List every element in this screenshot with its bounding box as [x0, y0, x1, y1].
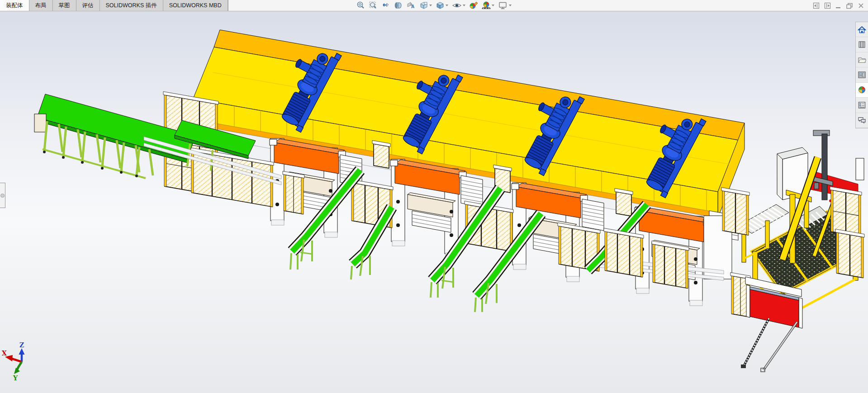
toggle-right-pane-icon: [824, 2, 831, 9]
restore-button[interactable]: [846, 2, 853, 9]
apply-scene-icon: [482, 1, 491, 10]
taskpane-solidworks-forum[interactable]: [856, 113, 868, 128]
graphics-area[interactable]: Z X Y: [0, 11, 868, 393]
triad-z-label: Z: [19, 341, 24, 349]
home-icon: [858, 25, 866, 34]
chat-icon: [858, 116, 866, 124]
view-settings-button[interactable]: [498, 0, 512, 10]
tab-assembly[interactable]: 装配体: [0, 0, 29, 11]
minimize-button[interactable]: [835, 2, 841, 9]
view-settings-dropdown[interactable]: [509, 5, 512, 6]
zoom-to-fit-icon: [356, 1, 365, 10]
edit-appearance-icon: [469, 1, 478, 10]
form-icon: [858, 101, 866, 109]
featuremanager-flyout-tab[interactable]: [0, 183, 5, 208]
edit-appearance-button[interactable]: [469, 0, 479, 10]
section-view-button[interactable]: [394, 0, 403, 10]
taskpane-file-explorer[interactable]: [856, 52, 868, 67]
zoom-to-fit-button[interactable]: [356, 0, 365, 10]
previous-view-icon: [381, 1, 390, 10]
color-sphere-icon: [858, 85, 866, 94]
toggle-left-pane-button[interactable]: [813, 2, 820, 9]
solidworks-window: 装配体 布局 草图 评估 SOLIDWORKS 插件 SOLIDWORKS MB…: [0, 0, 868, 393]
taskpane-view-palette[interactable]: [856, 67, 868, 82]
triad-y-label: Y: [13, 374, 18, 382]
ribbon-bar: 装配体 布局 草图 评估 SOLIDWORKS 插件 SOLIDWORKS MB…: [0, 0, 868, 11]
taskpane-design-library[interactable]: [856, 37, 868, 52]
tab-solidworks-addins[interactable]: SOLIDWORKS 插件: [100, 0, 163, 11]
zoom-to-area-button[interactable]: [368, 0, 378, 10]
taskpane-solidworks-resources[interactable]: [856, 22, 868, 37]
hide-show-items-button[interactable]: [451, 0, 466, 10]
apply-scene-button[interactable]: [481, 0, 495, 10]
toggle-left-pane-icon: [813, 2, 820, 9]
view-orientation-dropdown[interactable]: [429, 5, 432, 6]
taskpane-appearances-scenes[interactable]: [856, 83, 868, 98]
apply-scene-dropdown[interactable]: [492, 5, 494, 6]
view-orientation-icon: [419, 1, 428, 10]
tab-evaluate[interactable]: 评估: [76, 0, 100, 11]
display-style-dropdown[interactable]: [446, 5, 448, 6]
heads-up-view-toolbar: A: [356, 0, 512, 11]
minimize-icon: [835, 2, 841, 9]
display-style-icon: [436, 1, 445, 10]
taskpane-custom-properties[interactable]: [856, 98, 868, 113]
close-icon: [858, 2, 864, 9]
display-style-button[interactable]: [435, 0, 449, 10]
view-orientation-button[interactable]: [419, 0, 432, 10]
restore-icon: [846, 2, 853, 9]
tab-solidworks-mbd[interactable]: SOLIDWORKS MBD: [163, 0, 228, 11]
tab-layout[interactable]: 布局: [29, 0, 53, 11]
task-pane: [855, 22, 868, 128]
previous-view-button[interactable]: [381, 0, 391, 10]
assembly-model: Z X Y: [0, 11, 868, 393]
zoom-to-area-icon: [369, 1, 378, 10]
view-palette-icon: [858, 71, 866, 79]
svg-text:A: A: [411, 4, 414, 9]
tab-sketch[interactable]: 草图: [53, 0, 76, 11]
hide-show-items-icon: [452, 1, 462, 10]
annotation-views-icon: A: [407, 1, 416, 10]
section-view-icon: [394, 1, 403, 10]
annotation-views-button[interactable]: A: [406, 0, 416, 10]
hide-show-items-dropdown[interactable]: [463, 5, 465, 6]
triad-x-label: X: [2, 350, 7, 357]
flyout-expand-icon: [0, 194, 5, 198]
dispenser-mast: [822, 134, 827, 200]
toggle-right-pane-button[interactable]: [824, 2, 831, 9]
view-settings-icon: [498, 1, 508, 10]
books-icon: [858, 40, 866, 49]
folder-icon: [858, 56, 866, 64]
close-button[interactable]: [858, 2, 864, 9]
ribbon-tabs: 装配体 布局 草图 评估 SOLIDWORKS 插件 SOLIDWORKS MB…: [0, 0, 228, 11]
window-controls: [813, 0, 864, 11]
